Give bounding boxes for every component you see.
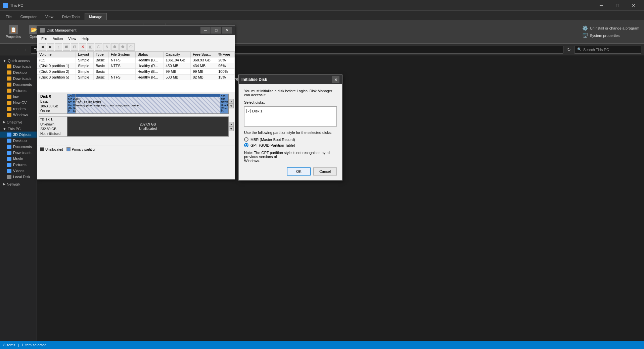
sidebar-item-pictures-qa[interactable]: Pictures bbox=[0, 88, 37, 94]
sidebar-item-documents-qa[interactable]: Documents bbox=[0, 82, 37, 88]
dm-close-button[interactable]: ✕ bbox=[222, 27, 232, 34]
dm-btn-11[interactable]: ⬟ bbox=[119, 43, 127, 51]
minimize-button[interactable]: ─ bbox=[594, 0, 609, 10]
sidebar-item-iow[interactable]: iow bbox=[0, 94, 37, 100]
tab-manage[interactable]: Manage bbox=[85, 13, 107, 20]
tab-file[interactable]: File bbox=[1, 13, 16, 20]
scroll-up2[interactable]: ▲ bbox=[229, 122, 234, 127]
id-gpt-radio-button[interactable] bbox=[244, 143, 248, 147]
id-radio-gpt[interactable]: GPT (GUID Partition Table) bbox=[244, 143, 337, 147]
disk0-part5: 533 MB NTFS Healthy (Recovery Pa bbox=[220, 94, 228, 113]
id-disk1-checkbox[interactable]: ✓ bbox=[246, 109, 251, 113]
sidebar-section-onedrive[interactable]: ▶ OneDrive bbox=[0, 118, 37, 125]
up-button[interactable]: ↑ bbox=[21, 46, 30, 54]
system-props-icon: 🖥️ bbox=[582, 33, 588, 38]
this-pc-label: This PC bbox=[8, 127, 21, 131]
disk0-part-c: (C:) 1861.94 GB NTFS Healthy (Boot, Page… bbox=[76, 94, 220, 113]
selected-count: 1 item selected bbox=[21, 343, 46, 347]
window-title: This PC bbox=[10, 3, 23, 7]
sidebar-item-downloads[interactable]: Downloads bbox=[0, 150, 37, 156]
col-volume: Volume bbox=[37, 52, 76, 57]
dm-disk-rows: Disk 0 Basic 1863.00 GB Online 450 MB NT… bbox=[37, 92, 235, 146]
disk1-type: Unknown bbox=[40, 122, 65, 127]
maximize-button[interactable]: □ bbox=[610, 0, 625, 10]
table-row[interactable]: (Disk 0 partition 2)SimpleBasicHealthy (… bbox=[37, 69, 235, 74]
scrollbar-right2: ▲ ▼ bbox=[229, 122, 233, 131]
sidebar-item-documents[interactable]: Documents bbox=[0, 144, 37, 150]
search-bar[interactable]: 🔍 Search This PC bbox=[574, 46, 641, 54]
dm-menu-view[interactable]: View bbox=[65, 36, 79, 41]
sidebar-item-renders[interactable]: renders bbox=[0, 106, 37, 112]
sidebar-item-label: Pictures bbox=[13, 163, 27, 167]
search-icon: 🔍 bbox=[577, 47, 582, 52]
sidebar-item-desktop[interactable]: Desktop bbox=[0, 138, 37, 144]
dm-menu-action[interactable]: Action bbox=[50, 36, 66, 41]
dm-btn-4[interactable]: ⊞ bbox=[63, 43, 70, 51]
close-button[interactable]: ✕ bbox=[626, 0, 641, 10]
id-cancel-button[interactable]: Cancel bbox=[313, 167, 337, 176]
sidebar-item-windows[interactable]: Windows bbox=[0, 112, 37, 118]
id-radio-mbr[interactable]: MBR (Master Boot Record) bbox=[244, 137, 337, 142]
id-partition-style-label: Use the following partition style for th… bbox=[244, 131, 337, 135]
sidebar-section-this-pc[interactable]: ▼ This PC bbox=[0, 125, 37, 132]
dm-minimize-button[interactable]: ─ bbox=[200, 27, 211, 34]
properties-button[interactable]: 📋 Properties bbox=[3, 23, 24, 40]
dm-btn-10[interactable]: ⬢ bbox=[111, 43, 119, 51]
dm-btn-7[interactable]: ◧ bbox=[87, 43, 94, 51]
sidebar-item-3d-objects[interactable]: 3D Objects bbox=[0, 132, 37, 138]
sidebar-item-local-disk[interactable]: Local Disk bbox=[0, 174, 37, 180]
dm-btn-12[interactable]: ⬠ bbox=[127, 43, 135, 51]
forward-button[interactable]: → bbox=[12, 46, 20, 54]
table-row[interactable]: (Disk 0 partition 1)SimpleBasicNTFSHealt… bbox=[37, 63, 235, 69]
sidebar-item-desktop-qa[interactable]: Desktop bbox=[0, 69, 37, 76]
dm-forward-btn[interactable]: ▶ bbox=[47, 43, 54, 51]
disk0-part2: 99 MB Healthy (EFI S) bbox=[72, 94, 76, 113]
sidebar-item-label: Downloads bbox=[13, 77, 31, 81]
sidebar-section-quick-access[interactable]: ▼ Quick access bbox=[0, 57, 37, 63]
disk1-label: *Disk 1 Unknown 232.89 GB Not Initialise… bbox=[39, 116, 67, 137]
dm-btn-9[interactable]: ↯ bbox=[103, 43, 110, 51]
sidebar-item-videos[interactable]: Videos bbox=[0, 168, 37, 174]
id-close-button[interactable]: ✕ bbox=[332, 76, 339, 83]
scroll-up[interactable]: ▲ bbox=[229, 99, 234, 104]
disk0-name: Disk 0 bbox=[40, 94, 65, 99]
col-status: Status bbox=[135, 52, 164, 57]
sidebar-item-newcv[interactable]: New CV bbox=[0, 100, 37, 106]
folder-icon bbox=[7, 77, 11, 81]
id-ok-button[interactable]: OK bbox=[287, 167, 311, 176]
dm-back-btn[interactable]: ◀ bbox=[39, 43, 46, 51]
sidebar-item-music[interactable]: Music bbox=[0, 156, 37, 162]
dm-maximize-button[interactable]: □ bbox=[211, 27, 221, 34]
scroll-down[interactable]: ▼ bbox=[229, 104, 234, 108]
dm-menu-file[interactable]: File bbox=[39, 36, 50, 41]
tab-computer[interactable]: Computer bbox=[16, 13, 41, 20]
tab-drive-tools[interactable]: Drive Tools bbox=[58, 13, 85, 20]
sidebar-item-downloads2-qa[interactable]: Downloads bbox=[0, 76, 37, 82]
table-row[interactable]: (Disk 0 partition 5)SimpleBasicNTFSHealt… bbox=[37, 74, 235, 80]
sidebar-item-downloads-qa[interactable]: Downloads bbox=[0, 63, 37, 69]
sidebar-item-label: Downloads bbox=[13, 64, 31, 68]
folder-icon-music bbox=[7, 157, 11, 161]
sidebar-item-pictures[interactable]: Pictures bbox=[0, 162, 37, 168]
id-mbr-radio-button[interactable] bbox=[244, 137, 248, 142]
tab-view[interactable]: View bbox=[41, 13, 58, 20]
disk0-row: Disk 0 Basic 1863.00 GB Online 450 MB NT… bbox=[39, 94, 233, 114]
dm-menu-help[interactable]: Help bbox=[79, 36, 92, 41]
sidebar: ▼ Quick access Downloads Desktop Downloa… bbox=[0, 55, 37, 341]
legend-unalloc-label: Unallocated bbox=[45, 148, 63, 151]
id-title-text: Initialise Disk bbox=[241, 77, 267, 82]
disk0-type: Basic bbox=[40, 99, 65, 104]
sidebar-section-network[interactable]: ▶ Network bbox=[0, 180, 37, 187]
refresh-button[interactable]: ↻ bbox=[565, 46, 573, 54]
scroll-down2[interactable]: ▼ bbox=[229, 127, 234, 131]
dm-btn-3[interactable]: ↑ bbox=[55, 43, 62, 51]
dm-btn-5[interactable]: ⊟ bbox=[71, 43, 78, 51]
dm-btn-6[interactable]: ✕ bbox=[79, 43, 86, 51]
dm-btn-8[interactable]: ⬡ bbox=[95, 43, 102, 51]
table-row[interactable]: (C:)SimpleBasicNTFSHealthy (B...1861.94 … bbox=[37, 57, 235, 63]
uninstall-program-button[interactable]: ⚙️ Uninstall or change a program bbox=[580, 25, 641, 32]
item-count: 8 items bbox=[3, 343, 15, 347]
system-properties-button[interactable]: 🖥️ System properties bbox=[580, 32, 641, 39]
properties-label: Properties bbox=[6, 35, 21, 39]
back-button[interactable]: ← bbox=[3, 46, 11, 54]
